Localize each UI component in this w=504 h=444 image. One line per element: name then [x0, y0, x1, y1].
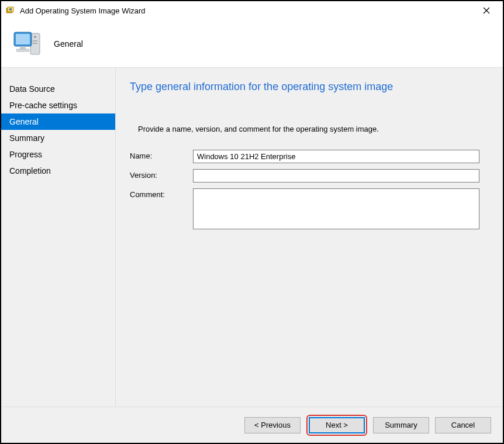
- page-heading: Type general information for the operati…: [130, 81, 489, 93]
- svg-point-2: [9, 8, 12, 11]
- version-input[interactable]: [193, 169, 479, 183]
- svg-rect-10: [16, 34, 30, 44]
- computer-icon: [12, 29, 42, 59]
- next-button[interactable]: Next >: [309, 417, 365, 433]
- svg-rect-8: [33, 43, 37, 44]
- window-title: Add Operating System Image Wizard: [20, 6, 475, 15]
- svg-rect-12: [16, 49, 29, 51]
- cancel-button[interactable]: Cancel: [435, 417, 491, 433]
- wizard-header: General: [1, 20, 503, 68]
- comment-label: Comment:: [130, 188, 193, 229]
- sidebar-item-general[interactable]: General: [1, 113, 115, 130]
- header-title: General: [54, 39, 83, 49]
- summary-button[interactable]: Summary: [373, 417, 429, 433]
- version-label: Version:: [130, 169, 193, 183]
- wizard-footer: < Previous Next > Summary Cancel: [1, 407, 503, 443]
- svg-rect-11: [20, 46, 26, 49]
- app-icon: [6, 6, 15, 15]
- name-input[interactable]: [193, 150, 479, 163]
- page-instruction: Provide a name, version, and comment for…: [138, 125, 489, 133]
- next-button-highlight: Next >: [306, 415, 367, 436]
- comment-textarea[interactable]: [193, 188, 479, 229]
- sidebar-item-precache[interactable]: Pre-cache settings: [1, 97, 115, 113]
- svg-point-6: [34, 36, 36, 38]
- close-button[interactable]: [475, 2, 498, 19]
- titlebar: Add Operating System Image Wizard: [1, 1, 503, 20]
- wizard-content: Type general information for the operati…: [115, 68, 503, 407]
- name-label: Name:: [130, 150, 193, 163]
- sidebar-item-summary[interactable]: Summary: [1, 130, 115, 146]
- svg-rect-7: [33, 40, 37, 42]
- sidebar-item-data-source[interactable]: Data Source: [1, 81, 115, 97]
- previous-button[interactable]: < Previous: [244, 417, 301, 433]
- sidebar-item-progress[interactable]: Progress: [1, 146, 115, 163]
- wizard-sidebar: Data Source Pre-cache settings General S…: [1, 68, 115, 407]
- sidebar-item-completion[interactable]: Completion: [1, 163, 115, 179]
